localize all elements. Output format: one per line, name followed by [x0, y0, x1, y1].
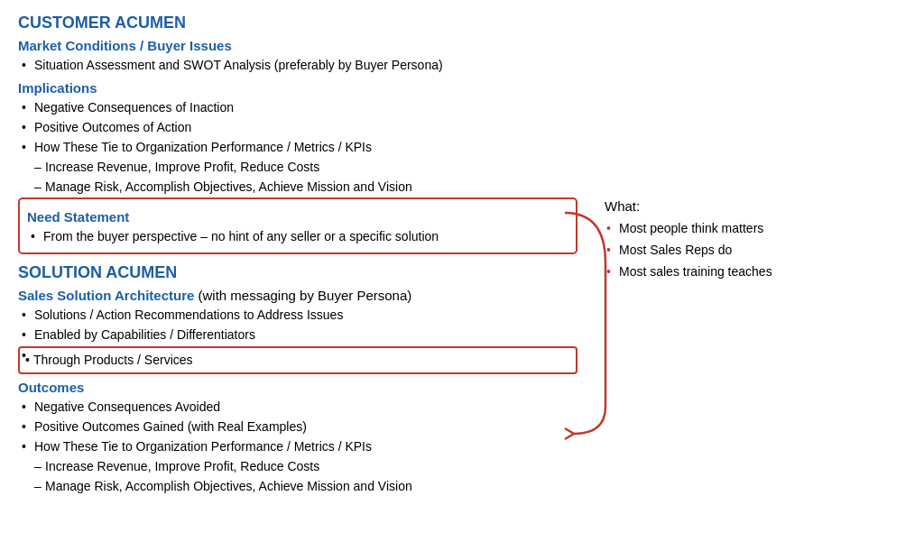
need-statement-list: From the buyer perspective – no hint of … — [27, 227, 568, 246]
implications-sub-list: Increase Revenue, Improve Profit, Reduce… — [18, 158, 578, 197]
market-conditions-title: Market Conditions / Buyer Issues — [18, 38, 578, 53]
list-item: Positive Outcomes of Action — [18, 118, 578, 137]
list-item: Manage Risk, Accomplish Objectives, Achi… — [18, 178, 578, 197]
sales-solution-list: Solutions / Action Recommendations to Ad… — [18, 306, 578, 374]
what-list: Most people think matters Most Sales Rep… — [605, 219, 906, 281]
list-item: Negative Consequences of Inaction — [18, 98, 578, 117]
list-item: Manage Risk, Accomplish Objectives, Achi… — [18, 477, 578, 496]
sales-solution-title-suffix: (with messaging by Buyer Persona) — [194, 288, 411, 303]
list-item: Positive Outcomes Gained (with Real Exam… — [18, 418, 578, 436]
through-products-item: •Through Products / Services — [18, 346, 578, 374]
list-item: Enabled by Capabilities / Differentiator… — [18, 326, 578, 344]
list-item: Situation Assessment and SWOT Analysis (… — [18, 56, 578, 75]
implications-list: Negative Consequences of Inaction Positi… — [18, 98, 578, 157]
list-item: Increase Revenue, Improve Profit, Reduce… — [18, 457, 578, 476]
customer-acumen-section: CUSTOMER ACUMEN Market Conditions / Buye… — [18, 14, 578, 254]
market-conditions-list: Situation Assessment and SWOT Analysis (… — [18, 56, 578, 75]
customer-acumen-title: CUSTOMER ACUMEN — [18, 14, 578, 32]
implications-title: Implications — [18, 80, 578, 96]
what-item: Most Sales Reps do — [605, 241, 906, 260]
right-column: What: Most people think matters Most Sal… — [596, 9, 906, 497]
solution-acumen-title: SOLUTION ACUMEN — [18, 263, 578, 282]
what-item: Most sales training teaches — [605, 262, 906, 281]
outcomes-list: Negative Consequences Avoided Positive O… — [18, 398, 578, 456]
main-layout: CUSTOMER ACUMEN Market Conditions / Buye… — [18, 9, 906, 497]
what-label: What: — [605, 198, 906, 214]
through-products-bullet: • — [25, 353, 30, 367]
outcomes-sub-list: Increase Revenue, Improve Profit, Reduce… — [18, 457, 578, 496]
list-item: Solutions / Action Recommendations to Ad… — [18, 306, 578, 325]
left-column: CUSTOMER ACUMEN Market Conditions / Buye… — [18, 9, 578, 497]
list-item: How These Tie to Organization Performanc… — [18, 138, 578, 157]
list-item: Negative Consequences Avoided — [18, 398, 578, 417]
through-products-box: •Through Products / Services — [18, 346, 578, 374]
what-item: Most people think matters — [605, 219, 906, 238]
outcomes-title: Outcomes — [18, 380, 578, 395]
through-products-text: Through Products / Services — [33, 353, 193, 367]
solution-acumen-section: SOLUTION ACUMEN Sales Solution Architect… — [18, 263, 578, 496]
sales-solution-title: Sales Solution Architecture (with messag… — [18, 288, 578, 303]
need-statement-title: Need Statement — [27, 209, 568, 225]
list-item: From the buyer perspective – no hint of … — [27, 227, 568, 246]
list-item: Increase Revenue, Improve Profit, Reduce… — [18, 158, 578, 177]
need-statement-block: Need Statement From the buyer perspectiv… — [18, 197, 578, 254]
sales-solution-title-bold: Sales Solution Architecture — [18, 288, 194, 303]
list-item: How These Tie to Organization Performanc… — [18, 437, 578, 456]
